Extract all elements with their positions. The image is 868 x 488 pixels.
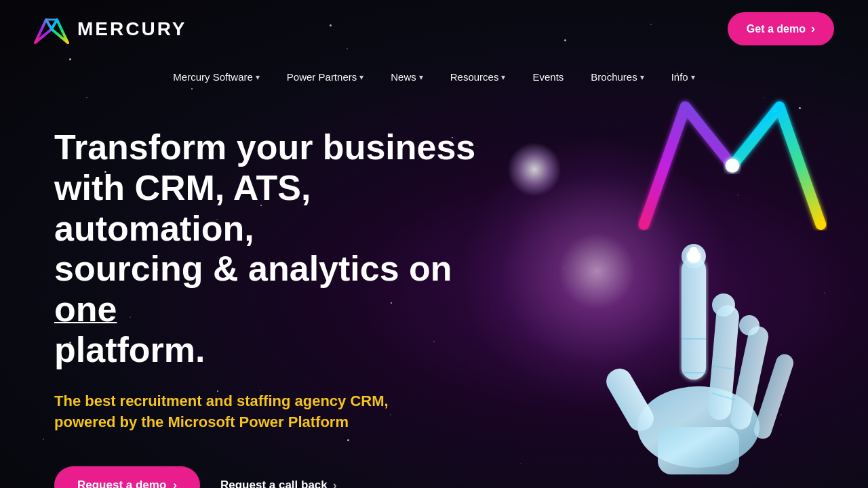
hero-title-emphasis: one (54, 289, 117, 329)
request-demo-arrow: › (173, 479, 177, 488)
hero-section: Transform your business with CRM, ATS, a… (0, 100, 556, 488)
nav-item-news[interactable]: News ▾ (380, 67, 434, 87)
nav-chevron-info: ▾ (691, 73, 695, 82)
main-nav: Mercury Software ▾ Power Partners ▾ News… (0, 58, 868, 100)
request-demo-label: Request a demo (77, 479, 166, 488)
hero-title-line1: Transform your business with CRM, ATS, a… (54, 127, 475, 369)
nav-label-events: Events (532, 71, 564, 83)
hero-buttons: Request a demo › Request a call back › (54, 466, 502, 488)
hero-title: Transform your business with CRM, ATS, a… (54, 127, 502, 371)
logo-area[interactable]: MERCURY (34, 14, 187, 44)
nav-label-resources: Resources (450, 71, 499, 83)
nav-item-power-partners[interactable]: Power Partners ▾ (276, 67, 374, 87)
get-demo-button[interactable]: Get a demo › (728, 12, 834, 45)
get-demo-arrow: › (811, 22, 815, 36)
nav-chevron-power-partners: ▾ (359, 73, 363, 82)
nav-label-mercury-software: Mercury Software (173, 71, 253, 83)
hero-subtitle-line1: The best recruitment and staffing agency… (54, 392, 389, 409)
nav-chevron-resources: ▾ (501, 73, 505, 82)
logo-icon (34, 14, 69, 44)
hero-subtitle: The best recruitment and staffing agency… (54, 391, 502, 433)
logo-text: MERCURY (77, 18, 187, 40)
nav-item-events[interactable]: Events (521, 67, 574, 87)
header: MERCURY Get a demo › (0, 0, 868, 58)
nav-label-power-partners: Power Partners (287, 71, 357, 83)
nav-chevron-mercury-software: ▾ (256, 73, 260, 82)
nav-chevron-brochures: ▾ (640, 73, 644, 82)
request-callback-arrow: › (333, 479, 337, 488)
nav-label-news: News (391, 71, 416, 83)
nav-label-info: Info (671, 71, 688, 83)
nav-item-info[interactable]: Info ▾ (660, 67, 706, 87)
nav-item-mercury-software[interactable]: Mercury Software ▾ (162, 67, 271, 87)
nav-chevron-news: ▾ (419, 73, 423, 82)
hero-subtitle-line2: powered by the Microsoft Power Platform (54, 413, 349, 430)
request-callback-button[interactable]: Request a call back › (220, 479, 337, 488)
nav-item-resources[interactable]: Resources ▾ (439, 67, 517, 87)
request-demo-button[interactable]: Request a demo › (54, 466, 200, 488)
nav-item-brochures[interactable]: Brochures ▾ (580, 67, 654, 87)
get-demo-label: Get a demo (747, 23, 806, 35)
svg-marker-2 (46, 20, 57, 29)
nav-label-brochures: Brochures (591, 71, 637, 83)
request-callback-label: Request a call back (220, 479, 328, 488)
